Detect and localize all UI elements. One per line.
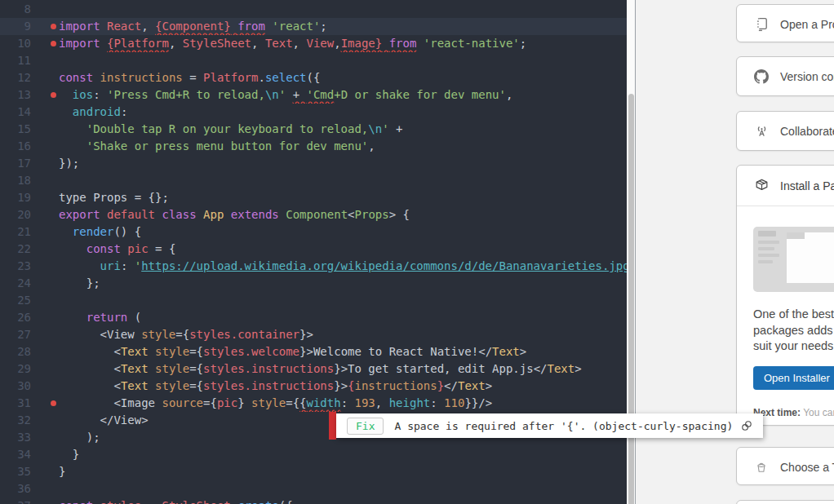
- card-collaborate[interactable]: Collaborate: [736, 111, 834, 151]
- token: [93, 499, 100, 504]
- token: {Platform: [107, 37, 169, 50]
- code-line[interactable]: 37const styles = StyleSheet.create({: [0, 497, 627, 504]
- package-icon: [754, 178, 770, 193]
- code-line[interactable]: 35}: [0, 463, 627, 480]
- token: }>: [334, 379, 348, 392]
- code-text: <View style={styles.container}>: [59, 326, 627, 343]
- token: styles: [100, 499, 142, 504]
- preview-window: [787, 232, 834, 283]
- card-next[interactable]: [736, 500, 834, 504]
- token: select: [265, 71, 307, 84]
- card-version-control-header[interactable]: Version con: [737, 57, 834, 95]
- token: create: [237, 499, 279, 504]
- open-installer-button[interactable]: Open Installer: [753, 366, 834, 390]
- description-line: packages adds m: [753, 323, 834, 339]
- token: \n: [265, 88, 279, 101]
- sidebar-scrollbar-thumb[interactable]: [628, 94, 634, 504]
- line-number: 12: [0, 69, 31, 86]
- card-open-project-header[interactable]: Open a Pro: [737, 5, 834, 43]
- code-text: <Image source={pic} style={{width: 193, …: [59, 395, 627, 412]
- code-text: 'Shake or press menu button for dev menu…: [59, 138, 627, 155]
- error-dot-icon: [31, 18, 59, 35]
- code-line[interactable]: 27 <View style={styles.container}>: [0, 326, 627, 343]
- code-line[interactable]: 24 };: [0, 275, 627, 292]
- code-line[interactable]: 16 'Shake or press menu button for dev m…: [0, 138, 627, 155]
- fix-button[interactable]: Fix: [347, 418, 384, 435]
- preview-bar: [758, 260, 773, 263]
- token: ={: [189, 379, 203, 392]
- code-line[interactable]: 20export default class App extends Compo…: [0, 206, 627, 223]
- code-text: <Text style={styles.instructions}>To get…: [59, 360, 627, 378]
- line-number: 32: [0, 412, 31, 429]
- token: </: [478, 345, 492, 358]
- gutter-space: [31, 497, 59, 504]
- code-line[interactable]: 11: [0, 52, 627, 69]
- code-line[interactable]: 34 }: [0, 446, 627, 463]
- github-icon: [754, 69, 770, 84]
- link-rings-icon[interactable]: [740, 419, 753, 432]
- token: Welcome to React Native!: [313, 345, 478, 358]
- preview-tab: [787, 232, 805, 239]
- token: [149, 345, 155, 358]
- code-line[interactable]: 13 ios: 'Press Cmd+R to reload,\n' + 'Cm…: [0, 86, 627, 104]
- code-line[interactable]: 29 <Text style={styles.instructions}>To …: [0, 360, 627, 378]
- url-link[interactable]: https://upload.wikimedia.org/wikipedia/c…: [141, 259, 627, 272]
- token: styles.instructions: [203, 379, 334, 392]
- code-line[interactable]: 31 <Image source={pic} style={{width: 19…: [0, 395, 627, 412]
- card-install-package[interactable]: Install a Pac One of the best packages a…: [736, 165, 834, 426]
- token: height: [389, 396, 431, 409]
- token: style: [155, 379, 189, 392]
- code-line[interactable]: 18: [0, 172, 627, 189]
- token: {Component}: [155, 20, 231, 33]
- code-line[interactable]: 17});: [0, 155, 627, 172]
- code-line[interactable]: 30 <Text style={styles.instructions}>{in…: [0, 378, 627, 395]
- code-line[interactable]: 23 uri: 'https://upload.wikimedia.org/wi…: [0, 258, 627, 275]
- card-choose-template[interactable]: Choose a T: [736, 447, 834, 485]
- card-collaborate-header[interactable]: Collaborate: [737, 112, 834, 150]
- code-text: uri: 'https://upload.wikimedia.org/wikip…: [59, 258, 627, 275]
- token: ,: [334, 37, 340, 50]
- code-line[interactable]: 21 render() {: [0, 223, 627, 241]
- code-line[interactable]: 22 const pic = {: [0, 241, 627, 258]
- code-line[interactable]: 19type Props = {};: [0, 189, 627, 206]
- code-line[interactable]: 12const instructions = Platform.select({: [0, 69, 627, 86]
- code-line[interactable]: 28 <Text style={styles.welcome}>Welcome …: [0, 343, 627, 360]
- card-choose-template-header[interactable]: Choose a T: [737, 448, 834, 486]
- line-number: 18: [0, 172, 31, 189]
- code-line[interactable]: 25: [0, 292, 627, 309]
- description-line: One of the best: [753, 307, 834, 323]
- token: Text: [121, 362, 149, 375]
- token: 110: [444, 396, 464, 409]
- token: type Props = {};: [59, 191, 169, 204]
- next-time-text: You can: [801, 407, 834, 418]
- line-number: 26: [0, 309, 31, 326]
- code-line[interactable]: 10import {Platform, StyleSheet, Text, Vi…: [0, 35, 627, 52]
- code-line[interactable]: 14 android:: [0, 104, 627, 121]
- token: styles.welcome: [203, 345, 299, 358]
- gutter-space: [31, 1, 59, 18]
- token: =: [183, 71, 203, 84]
- code-text: const pic = {: [59, 241, 627, 258]
- card-open-project[interactable]: Open a Pro: [736, 4, 834, 42]
- code-line[interactable]: 9import React, {Component} from 'react';: [0, 18, 627, 35]
- token: StyleSheet: [162, 499, 230, 504]
- code-text: 'Double tap R on your keyboard to reload…: [59, 121, 627, 138]
- code-text: return (: [59, 309, 627, 326]
- next-time-note: Next time: You can: [753, 407, 834, 418]
- card-version-control[interactable]: Version con: [736, 56, 834, 96]
- token: instructions: [355, 379, 437, 392]
- code-line[interactable]: 36: [0, 480, 627, 497]
- preview-bar: [758, 241, 779, 244]
- gutter-space: [31, 104, 59, 121]
- lint-message: A space is required after '{'. (object-c…: [394, 420, 733, 432]
- token: </: [444, 379, 458, 392]
- error-dot-icon: [31, 395, 59, 412]
- token: import: [59, 20, 100, 33]
- gutter-space: [31, 223, 59, 241]
- code-line[interactable]: 26 return (: [0, 309, 627, 326]
- card-install-package-header[interactable]: Install a Pac: [737, 166, 834, 206]
- line-number: 11: [0, 52, 31, 69]
- code-line[interactable]: 15 'Double tap R on your keyboard to rel…: [0, 121, 627, 138]
- token: ({: [279, 499, 293, 504]
- code-line[interactable]: 8: [0, 1, 627, 18]
